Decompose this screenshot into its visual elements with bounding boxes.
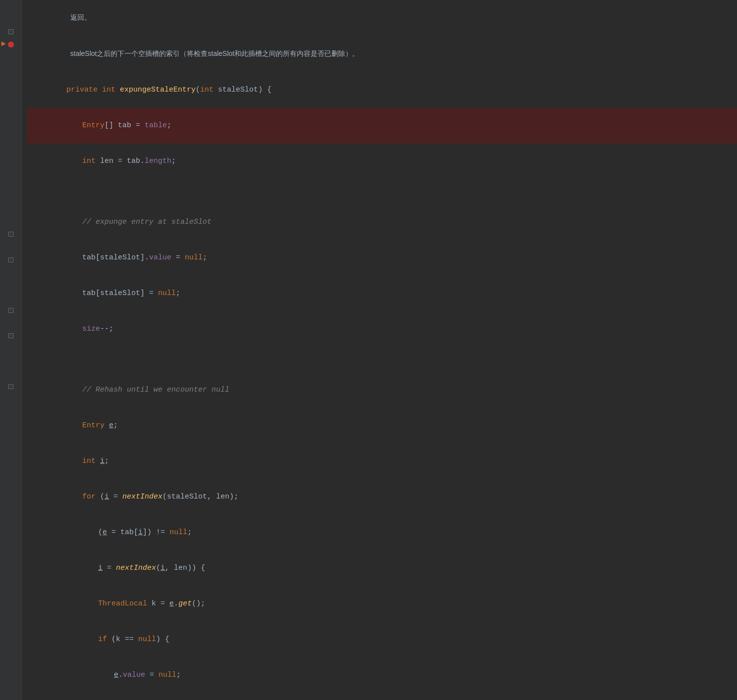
code-line-14: Entry e;	[27, 408, 737, 444]
punct4: ]) !=	[143, 528, 169, 537]
keyword-private: private	[66, 86, 102, 94]
code-text: staleSlot之后的下一个空插槽的索引（将检查staleSlot和此插槽之间…	[66, 50, 359, 57]
punct2: ) {	[258, 86, 271, 94]
var-tab: tab	[118, 121, 131, 130]
field-size: size	[82, 325, 100, 333]
punct: [	[96, 289, 100, 298]
var-tab: tab	[82, 289, 96, 298]
punct	[147, 600, 152, 608]
punct4: )) {	[187, 564, 205, 572]
comment-rehash: // Rehash until we encounter null	[82, 386, 229, 394]
punct2: =	[156, 600, 169, 608]
gutter-line-20[interactable]: -	[0, 253, 22, 266]
code-line-20: if (k == null) {	[27, 622, 737, 657]
code-line-9: tab[staleSlot] = null;	[27, 276, 737, 311]
code-line-18: i = nextIndex(i, len)) {	[27, 550, 737, 586]
gutter-line-7	[0, 89, 22, 101]
code-area: 返回。 staleSlot之后的下一个空插槽的索引（将检查staleSlot和此…	[22, 0, 737, 700]
keyword-int: int	[82, 157, 100, 165]
keyword-int: int	[102, 86, 120, 94]
type-entry: Entry	[82, 421, 109, 430]
punct: --;	[100, 325, 113, 333]
field-length: length	[145, 157, 171, 165]
field-table: table	[145, 121, 167, 130]
gutter-line-0	[0, 0, 22, 13]
code-line-22: tab[i] = null;	[27, 693, 737, 700]
gutter-line-16	[0, 203, 22, 216]
gutter-line-21	[0, 266, 22, 279]
gutter-line-12	[0, 152, 22, 165]
keyword-if: if	[98, 635, 111, 644]
gutter-line-2[interactable]: -	[0, 25, 22, 38]
gutter-line-29	[0, 367, 22, 380]
punct3: ;	[176, 289, 180, 298]
punct: =	[103, 564, 116, 572]
code-line-13: // Rehash until we encounter null	[27, 372, 737, 408]
var-i: i	[98, 564, 103, 572]
fn-nextIndex: nextIndex	[116, 564, 156, 572]
gutter-line-30[interactable]: -	[0, 380, 22, 393]
fold-icon-18[interactable]: -	[8, 232, 13, 237]
gutter-line-18[interactable]: -	[0, 228, 22, 241]
fold-icon-30[interactable]: -	[8, 384, 13, 389]
gutter-line-19	[0, 241, 22, 253]
punct3: ;	[171, 157, 176, 165]
punct: []	[105, 121, 118, 130]
comment-expunge: // expunge entry at staleSlot	[82, 218, 211, 226]
punct3: ,	[165, 564, 174, 572]
code-line-7: // expunge entry at staleSlot	[27, 204, 737, 240]
var-i: i	[138, 528, 143, 537]
var-tab: tab	[82, 253, 96, 262]
gutter-line-5	[0, 63, 22, 76]
punct2: .	[140, 157, 145, 165]
var-tab: tab	[120, 528, 134, 537]
var-i2: i	[160, 564, 165, 572]
var-staleSlot: staleSlot	[100, 253, 140, 262]
gutter-line-14	[0, 177, 22, 190]
debug-arrow: ►	[0, 38, 7, 51]
var-e: e	[169, 600, 174, 608]
punct2: ] =	[140, 289, 158, 298]
gutter-line-33	[0, 418, 22, 431]
punct: (	[100, 493, 105, 501]
gutter-line-17	[0, 215, 22, 228]
gutter-line-28	[0, 355, 22, 368]
fold-icon-2[interactable]: -	[8, 29, 13, 34]
punct2: =	[145, 671, 158, 679]
var-tab: tab	[127, 157, 140, 165]
var-k: k	[152, 600, 156, 608]
gutter-line-1	[0, 13, 22, 26]
var-len: len	[100, 157, 113, 165]
punct3: ;	[176, 671, 181, 679]
var-len: len	[216, 493, 229, 501]
punct3: =	[171, 253, 185, 262]
code-line-0: 返回。	[27, 0, 737, 36]
var-i: i	[100, 457, 105, 465]
gutter-line-24[interactable]: -	[0, 304, 22, 317]
punct5: );	[229, 493, 238, 501]
gutter-line-26[interactable]: -	[0, 329, 22, 342]
punct2: =	[107, 528, 120, 537]
code-line-17: (e = tab[i]) != null;	[27, 515, 737, 550]
punct3: [	[134, 528, 138, 537]
punct2: =	[131, 121, 145, 130]
gutter-line-9	[0, 114, 22, 127]
fold-icon-24[interactable]: -	[8, 308, 13, 313]
code-line-21: e.value = null;	[27, 657, 737, 693]
fold-icon-26[interactable]: -	[8, 333, 13, 338]
param-staleSlot: staleSlot	[218, 86, 258, 94]
code-line-6	[27, 192, 737, 205]
punct: (	[111, 635, 116, 644]
var-staleSlot: staleSlot	[100, 289, 140, 298]
fold-icon-20[interactable]: -	[8, 257, 13, 262]
keyword-int2: int	[200, 86, 218, 94]
gutter-line-22	[0, 279, 22, 292]
var-e: e	[103, 528, 107, 537]
gutter-line-13	[0, 165, 22, 178]
editor-container: - -	[0, 0, 737, 700]
code-text: 返回。	[66, 13, 91, 21]
code-line-5	[27, 179, 737, 192]
field-value: value	[123, 671, 145, 679]
breakpoint-marker-3[interactable]	[8, 42, 14, 48]
punct: (	[196, 86, 200, 94]
